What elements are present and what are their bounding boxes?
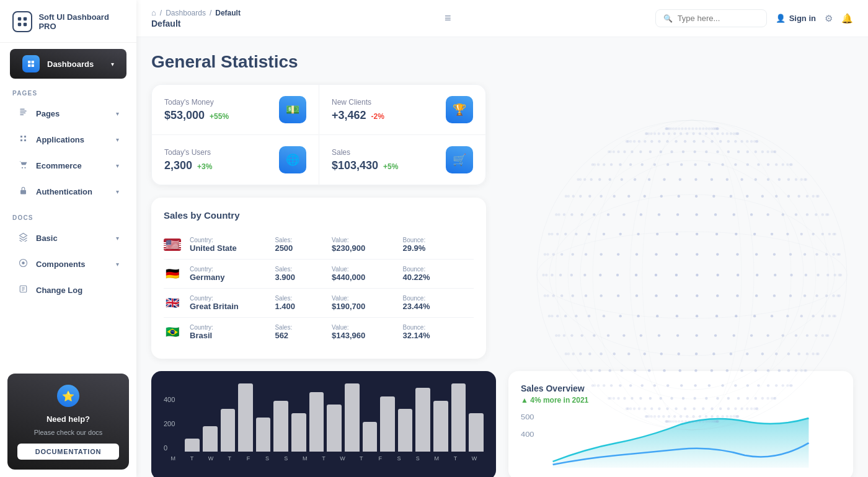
bottom-charts: 400 200 0 MTWTFSSMTWTFSSMTW Sales Overvi… [151, 371, 853, 477]
x-label-12: S [389, 455, 408, 462]
svg-point-9 [24, 167, 25, 168]
stat-value-users: 2,300 [164, 159, 192, 172]
flag-us [164, 239, 181, 251]
sidebar-item-ecommerce[interactable]: Ecommerce ▾ [5, 154, 131, 177]
bar-4 [256, 418, 271, 452]
svg-rect-0 [18, 17, 21, 20]
search-box[interactable]: 🔍 [655, 9, 767, 27]
country-name-de: Germany [190, 273, 275, 282]
sign-in-button[interactable]: 👤 Sign in [776, 14, 816, 23]
x-label-15: T [446, 455, 464, 462]
applications-arrow: ▾ [116, 136, 119, 143]
country-name-gb: Great Britain [190, 302, 275, 311]
stat-change-users: +3% [197, 162, 212, 171]
settings-icon[interactable]: ⚙ [825, 13, 833, 24]
stat-value-clients: +3,462 [332, 109, 366, 122]
col-label-bounce-0: Bounce: [403, 237, 474, 243]
col-label-sales-3: Sales: [275, 324, 332, 331]
sidebar-item-ecommerce-label: Ecommerce [36, 161, 82, 170]
documentation-button[interactable]: DOCUMENTATION [17, 444, 119, 460]
bar-8 [327, 405, 342, 452]
bar-13 [415, 388, 430, 452]
section-pages-label: PAGES [0, 80, 136, 100]
sidebar-item-changelog-label: Change Log [36, 286, 82, 295]
search-input[interactable] [678, 14, 759, 23]
stat-change-money: +55% [210, 112, 229, 121]
country-value-gb: $190,700 [332, 302, 403, 311]
svg-rect-10 [20, 190, 26, 195]
page-title: General Statistics [151, 52, 853, 72]
sidebar-item-dashboards[interactable]: Dashboards ▾ [10, 49, 126, 79]
bar-1 [203, 426, 218, 452]
x-label-2: W [202, 455, 220, 462]
x-label-14: M [427, 455, 446, 462]
sidebar-logo: Soft UI Dashboard PRO [0, 0, 136, 43]
breadcrumb-dashboards[interactable]: Dashboards [166, 9, 206, 17]
svg-point-17 [549, 195, 835, 356]
country-value-us: $230,900 [332, 243, 403, 253]
col-label-bounce-2: Bounce: [403, 295, 474, 302]
basic-icon [17, 232, 29, 243]
bar-11 [380, 396, 395, 452]
country-row-de: Country: Germany Sales: 3.900 Value: $44… [164, 260, 474, 289]
ecommerce-icon [17, 160, 29, 171]
country-bounce-br: 32.14% [403, 331, 474, 340]
stat-value-sales: $103,430 [332, 159, 378, 172]
country-bounce-de: 40.22% [403, 273, 474, 282]
bar-16 [469, 413, 484, 452]
bar-3 [238, 383, 253, 452]
stat-change-sales: +5% [383, 162, 398, 171]
col-label-bounce-1: Bounce: [403, 266, 474, 273]
sidebar-item-components[interactable]: Components ▾ [5, 252, 131, 276]
sidebar-item-authentication-label: Authentication [36, 187, 92, 196]
stat-value-money: $53,000 [164, 109, 205, 122]
sales-overview-change: ▲ 4% more in 2021 [521, 396, 841, 405]
globe-icon: 🌐 [286, 153, 299, 167]
logo-text: Soft UI Dashboard PRO [38, 12, 124, 31]
hamburger-menu[interactable]: ≡ [445, 12, 451, 25]
stat-label-users: Today's Users [164, 148, 212, 157]
country-sales-us: 2500 [275, 243, 332, 253]
country-sales-gb: 1.400 [275, 302, 332, 311]
changelog-icon [17, 284, 29, 295]
svg-rect-7 [20, 115, 24, 116]
y-label-400: 400 [164, 396, 175, 403]
sidebar-item-applications[interactable]: Applications ▾ [5, 128, 131, 151]
sidebar: Soft UI Dashboard PRO Dashboards ▾ PAGES… [0, 0, 136, 477]
dashboards-arrow: ▾ [111, 61, 114, 68]
col-label-value-0: Value: [332, 237, 403, 243]
col-label-country-3: Country: [190, 324, 275, 331]
col-label-value-2: Value: [332, 295, 403, 302]
svg-rect-6 [20, 113, 25, 114]
sidebar-item-basic[interactable]: Basic ▾ [5, 226, 131, 250]
breadcrumb-sep-2: / [210, 9, 211, 17]
bar-6 [291, 413, 306, 452]
cart-icon: 🛒 [453, 153, 466, 167]
notifications-icon[interactable]: 🔔 [841, 13, 853, 24]
sidebar-item-changelog[interactable]: Change Log [5, 278, 131, 302]
country-sales-de: 3.900 [275, 273, 332, 282]
search-icon: 🔍 [663, 14, 673, 23]
stat-card-users: Today's Users 2,300 +3% 🌐 [151, 134, 319, 185]
svg-rect-1 [24, 17, 27, 20]
bar-12 [398, 409, 413, 452]
stat-change-clients: -2% [371, 112, 384, 121]
dashboards-icon [22, 55, 40, 72]
help-title: Need help? [46, 414, 90, 424]
x-label-6: S [277, 455, 295, 462]
col-label-sales-0: Sales: [275, 237, 332, 243]
svg-point-8 [21, 167, 22, 168]
sidebar-item-pages[interactable]: Pages ▾ [5, 102, 131, 125]
sales-by-country-title: Sales by Country [164, 210, 474, 221]
stat-icon-sales: 🛒 [446, 146, 473, 173]
home-icon[interactable]: ⌂ [151, 8, 156, 17]
flag-br [164, 326, 181, 338]
applications-icon [17, 134, 29, 145]
sparkline-area: 500 400 [521, 412, 841, 468]
bar-2 [221, 409, 236, 452]
trophy-icon: 🏆 [453, 103, 466, 116]
sidebar-item-components-label: Components [36, 260, 85, 269]
stat-card-clients: New Clients +3,462 -2% 🏆 [319, 84, 486, 134]
sidebar-item-authentication[interactable]: Authentication ▾ [5, 180, 131, 203]
country-row-br: Country: Brasil Sales: 562 Value: $143,9… [164, 318, 474, 346]
